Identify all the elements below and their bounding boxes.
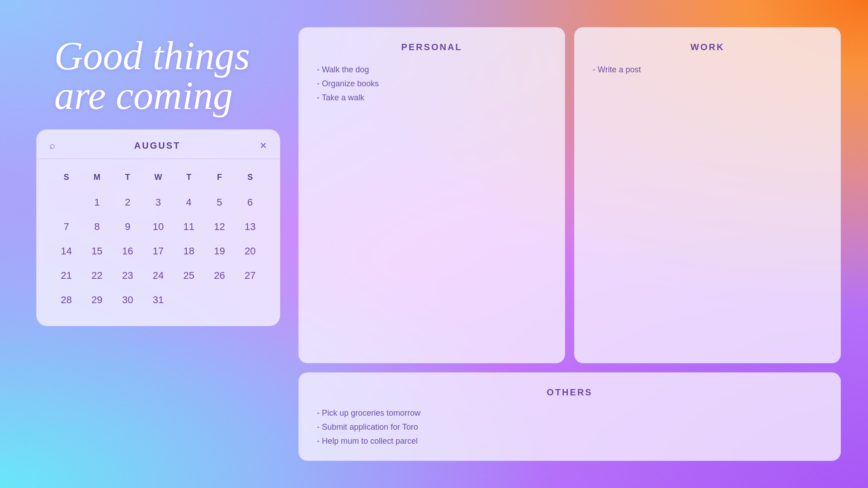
personal-card-title: PERSONAL [317, 42, 547, 52]
cal-day[interactable]: 15 [82, 240, 113, 263]
cal-day[interactable]: 2 [112, 191, 143, 214]
cal-day[interactable]: 4 [174, 191, 204, 214]
cal-day [51, 191, 82, 214]
others-card-item: - Pick up groceries tomorrow [317, 408, 822, 418]
others-card-item: - Submit application for Toro [317, 422, 822, 432]
cal-day[interactable]: 17 [143, 240, 174, 263]
top-cards: PERSONAL - Walk the dog- Organize books-… [298, 27, 841, 363]
cal-day[interactable]: 16 [112, 240, 143, 263]
others-card-item: - Help mum to collect parcel [317, 436, 822, 446]
others-card: OTHERS - Pick up groceries tomorrow- Sub… [298, 372, 841, 461]
work-card-item: - Write a post [593, 65, 822, 75]
personal-card-item: - Walk the dog [317, 65, 547, 75]
calendar-grid: 1234567891011121314151617181920212223242… [51, 191, 265, 311]
day-headers: S M T W T F S [51, 168, 265, 187]
personal-card-item: - Take a walk [317, 93, 547, 103]
work-card-items: - Write a post [593, 65, 822, 75]
calendar-header: ⌕ AUGUST ✕ [37, 130, 280, 159]
cal-day[interactable]: 22 [82, 264, 113, 287]
search-icon[interactable]: ⌕ [49, 140, 55, 151]
cal-day[interactable]: 28 [51, 289, 82, 311]
day-header-s1: S [51, 168, 82, 187]
day-header-s2: S [235, 168, 265, 187]
right-column: PERSONAL - Walk the dog- Organize books-… [298, 27, 841, 461]
headline-line2: are coming [54, 74, 233, 117]
left-column: Good things are coming ⌕ AUGUST ✕ S M T … [36, 27, 280, 326]
cal-day[interactable]: 20 [235, 240, 265, 263]
cal-day[interactable]: 18 [174, 240, 204, 263]
calendar-month: AUGUST [55, 141, 259, 151]
cal-day[interactable]: 5 [204, 191, 235, 214]
cal-day[interactable]: 24 [143, 264, 174, 287]
work-card-title: WORK [593, 42, 822, 52]
close-icon[interactable]: ✕ [259, 140, 267, 151]
cal-day[interactable]: 8 [82, 216, 113, 238]
cal-day [235, 289, 265, 311]
cal-day[interactable]: 3 [143, 191, 174, 214]
day-header-f: F [204, 168, 235, 187]
cal-day[interactable]: 13 [235, 216, 265, 238]
cal-day[interactable]: 6 [235, 191, 265, 214]
headline-line1: Good things [54, 34, 250, 78]
cal-day[interactable]: 21 [51, 264, 82, 287]
cal-day[interactable]: 31 [143, 289, 174, 311]
cal-day[interactable]: 26 [204, 264, 235, 287]
day-header-t1: T [112, 168, 143, 187]
personal-card: PERSONAL - Walk the dog- Organize books-… [298, 27, 565, 363]
cal-day[interactable]: 27 [235, 264, 265, 287]
cal-day [174, 289, 204, 311]
day-header-t2: T [174, 168, 204, 187]
cal-day[interactable]: 10 [143, 216, 174, 238]
cal-day[interactable]: 30 [112, 289, 143, 311]
cal-day [204, 289, 235, 311]
cal-day[interactable]: 11 [174, 216, 204, 238]
others-card-items: - Pick up groceries tomorrow- Submit app… [317, 408, 822, 446]
cal-day[interactable]: 7 [51, 216, 82, 238]
others-card-title: OTHERS [317, 387, 822, 398]
day-header-m: M [82, 168, 113, 187]
cal-day[interactable]: 9 [112, 216, 143, 238]
calendar-card: ⌕ AUGUST ✕ S M T W T F S 123456789101112… [36, 129, 280, 326]
cal-day[interactable]: 1 [82, 191, 113, 214]
personal-card-items: - Walk the dog- Organize books- Take a w… [317, 65, 547, 103]
calendar-body: S M T W T F S 12345678910111213141516171… [37, 159, 280, 326]
cal-day[interactable]: 29 [82, 289, 113, 311]
cal-day[interactable]: 25 [174, 264, 204, 287]
cal-day[interactable]: 12 [204, 216, 235, 238]
cal-day[interactable]: 19 [204, 240, 235, 263]
headline: Good things are coming [54, 36, 280, 116]
work-card: WORK - Write a post [574, 27, 841, 363]
cal-day[interactable]: 23 [112, 264, 143, 287]
day-header-w: W [143, 168, 174, 187]
personal-card-item: - Organize books [317, 79, 547, 89]
cal-day[interactable]: 14 [51, 240, 82, 263]
